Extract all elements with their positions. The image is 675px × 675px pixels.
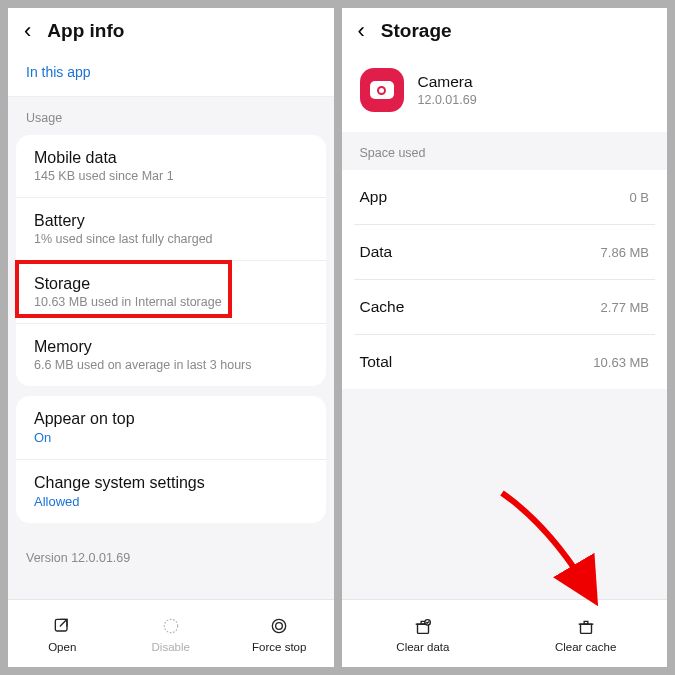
cache-size-row: Cache 2.77 MB	[354, 280, 656, 335]
camera-app-icon	[360, 68, 404, 112]
clear-cache-button[interactable]: Clear cache	[504, 600, 667, 667]
cache-val: 2.77 MB	[601, 300, 649, 315]
clear-data-label: Clear data	[396, 641, 449, 653]
change-settings-row[interactable]: Change system settings Allowed	[16, 460, 326, 523]
storage-sub: 10.63 MB used in Internal storage	[34, 295, 308, 309]
open-label: Open	[48, 641, 76, 653]
svg-point-3	[276, 622, 283, 629]
appear-on-top-row[interactable]: Appear on top On	[16, 396, 326, 460]
clear-data-icon	[412, 615, 434, 637]
total-key: Total	[360, 353, 393, 371]
open-button[interactable]: Open	[8, 600, 117, 667]
total-val: 10.63 MB	[593, 355, 649, 370]
app-info-row: Camera 12.0.01.69	[342, 54, 668, 132]
force-stop-button[interactable]: Force stop	[225, 600, 334, 667]
mobile-data-title: Mobile data	[34, 149, 308, 167]
space-card: App 0 B Data 7.86 MB Cache 2.77 MB Total…	[342, 170, 668, 389]
storage-title: Storage	[34, 275, 308, 293]
clear-cache-icon	[575, 615, 597, 637]
open-icon	[51, 615, 73, 637]
force-stop-label: Force stop	[252, 641, 306, 653]
data-key: Data	[360, 243, 393, 261]
battery-title: Battery	[34, 212, 308, 230]
disable-label: Disable	[152, 641, 190, 653]
battery-sub: 1% used since last fully charged	[34, 232, 308, 246]
page-title: Storage	[381, 20, 452, 42]
bottom-bar: Clear data Clear cache	[342, 599, 668, 667]
app-name: Camera	[418, 73, 477, 91]
usage-label: Usage	[8, 97, 334, 135]
memory-title: Memory	[34, 338, 308, 356]
total-size-row: Total 10.63 MB	[354, 335, 656, 389]
storage-screen: ‹ Storage Camera 12.0.01.69 Space used A…	[342, 8, 668, 667]
clear-data-button[interactable]: Clear data	[342, 600, 505, 667]
usage-card: Mobile data 145 KB used since Mar 1 Batt…	[16, 135, 326, 386]
battery-row[interactable]: Battery 1% used since last fully charged	[16, 198, 326, 261]
page-title: App info	[47, 20, 124, 42]
disable-button: Disable	[117, 600, 226, 667]
appear-sub: On	[34, 430, 308, 445]
app-info-screen: ‹ App info In this app Usage Mobile data…	[8, 8, 334, 667]
disable-icon	[160, 615, 182, 637]
app-key: App	[360, 188, 388, 206]
svg-point-1	[164, 619, 177, 632]
version-label: Version 12.0.01.69	[8, 533, 334, 595]
space-used-label: Space used	[342, 132, 668, 170]
data-size-row: Data 7.86 MB	[354, 225, 656, 280]
app-size-row: App 0 B	[354, 170, 656, 225]
app-version: 12.0.01.69	[418, 93, 477, 107]
in-this-app-link[interactable]: In this app	[8, 54, 334, 97]
clear-cache-label: Clear cache	[555, 641, 616, 653]
mobile-data-sub: 145 KB used since Mar 1	[34, 169, 308, 183]
change-sub: Allowed	[34, 494, 308, 509]
memory-row[interactable]: Memory 6.6 MB used on average in last 3 …	[16, 324, 326, 386]
memory-sub: 6.6 MB used on average in last 3 hours	[34, 358, 308, 372]
storage-row[interactable]: Storage 10.63 MB used in Internal storag…	[16, 261, 326, 324]
data-val: 7.86 MB	[601, 245, 649, 260]
mobile-data-row[interactable]: Mobile data 145 KB used since Mar 1	[16, 135, 326, 198]
back-icon[interactable]: ‹	[358, 20, 365, 42]
permissions-card: Appear on top On Change system settings …	[16, 396, 326, 523]
back-icon[interactable]: ‹	[24, 20, 31, 42]
svg-point-2	[273, 619, 286, 632]
change-title: Change system settings	[34, 474, 308, 492]
header: ‹ Storage	[342, 8, 668, 54]
bottom-bar: Open Disable Force stop	[8, 599, 334, 667]
app-val: 0 B	[629, 190, 649, 205]
cache-key: Cache	[360, 298, 405, 316]
appear-title: Appear on top	[34, 410, 308, 428]
header: ‹ App info	[8, 8, 334, 54]
force-stop-icon	[268, 615, 290, 637]
